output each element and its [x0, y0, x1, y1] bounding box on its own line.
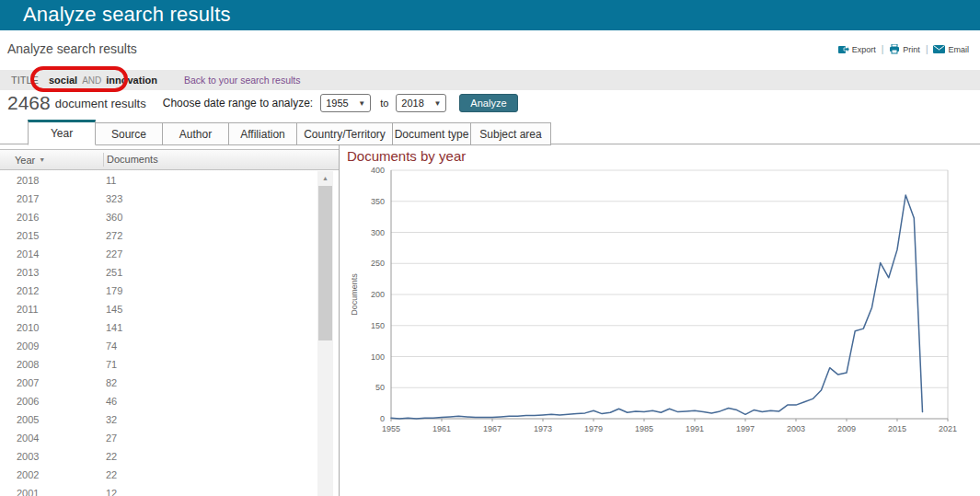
tab-subject-area[interactable]: Subject area	[470, 122, 551, 145]
table-row: 200532	[0, 410, 317, 429]
email-icon	[933, 45, 945, 53]
y-axis-tick-label: 350	[371, 197, 385, 206]
print-icon	[889, 44, 900, 54]
result-count: 2468	[7, 92, 51, 114]
table-row: 200782	[0, 374, 317, 392]
column-header-year[interactable]: Year ▼	[0, 155, 103, 166]
app-header: Analyze search results	[0, 0, 980, 30]
table-row: 2016360	[0, 208, 317, 226]
table-row: 2012179	[0, 282, 317, 300]
x-axis-tick-label: 2009	[837, 424, 856, 433]
results-bar: 2468 document results Choose date range …	[0, 91, 980, 115]
documents-cell: 11	[103, 175, 317, 186]
table-row: 2010141	[0, 318, 317, 337]
tab-author[interactable]: Author	[162, 122, 229, 145]
scrollbar-up-arrow-icon[interactable]: ▲	[317, 171, 333, 185]
tab-document-type[interactable]: Document type	[392, 122, 471, 145]
year-cell: 2017	[0, 193, 103, 204]
documents-by-year-chart: 0501001502002503003504001955196119671973…	[346, 164, 976, 442]
documents-cell: 82	[103, 377, 317, 388]
to-label: to	[380, 98, 388, 109]
tab-source[interactable]: Source	[95, 122, 163, 145]
x-axis-tick-label: 1955	[382, 424, 400, 433]
documents-cell: 179	[103, 285, 317, 296]
print-button[interactable]: Print	[889, 44, 920, 54]
year-cell: 2009	[0, 340, 103, 352]
y-axis-tick-label: 250	[371, 259, 385, 268]
documents-cell: 251	[103, 267, 317, 278]
year-cell: 2014	[0, 248, 103, 260]
email-button[interactable]: Email	[933, 45, 969, 54]
y-axis-tick-label: 400	[371, 166, 385, 175]
documents-cell: 360	[103, 212, 317, 223]
year-cell: 2007	[0, 377, 103, 388]
table-row: 200871	[0, 355, 317, 374]
x-axis-tick-label: 1997	[736, 424, 755, 433]
x-axis-tick-label: 2015	[888, 424, 906, 433]
year-cell: 2003	[0, 451, 103, 462]
header-actions: Export | Print | Email	[838, 44, 969, 54]
year-cell: 2008	[0, 359, 103, 370]
from-year-select[interactable]: 1955 ▼	[320, 94, 371, 112]
y-axis-tick-label: 150	[371, 321, 385, 330]
to-year-select[interactable]: 2018 ▼	[396, 94, 446, 112]
x-axis-tick-label: 1961	[432, 424, 451, 433]
year-cell: 2018	[0, 175, 103, 186]
table-row: 200112	[0, 484, 317, 496]
email-label: Email	[948, 45, 969, 54]
year-cell: 2012	[0, 285, 103, 296]
documents-cell: 227	[103, 248, 317, 260]
tab-year[interactable]: Year	[28, 120, 96, 145]
action-separator: |	[882, 44, 884, 54]
query-term-2: innovation	[106, 75, 157, 86]
documents-cell: 272	[103, 230, 317, 241]
table-row: 200427	[0, 429, 317, 447]
chart-title: Documents by year	[347, 148, 466, 164]
table-row: 200222	[0, 466, 317, 484]
documents-cell: 71	[103, 359, 317, 370]
export-label: Export	[852, 45, 876, 54]
x-axis-tick-label: 1985	[635, 424, 653, 433]
back-to-search-results-link[interactable]: Back to your search results	[184, 75, 301, 86]
documents-cell: 27	[103, 433, 317, 444]
x-axis-tick-label: 1973	[534, 424, 552, 433]
analyze-button[interactable]: Analyze	[459, 94, 517, 112]
year-cell: 2001	[0, 488, 103, 496]
column-header-documents[interactable]: Documents	[103, 153, 339, 167]
table-header: Year ▼ Documents	[0, 149, 339, 170]
x-axis-tick-label: 1991	[686, 424, 704, 433]
documents-cell: 22	[103, 469, 317, 480]
table-row: 200322	[0, 447, 317, 466]
y-axis-tick-label: 200	[371, 290, 385, 299]
documents-cell: 22	[103, 451, 317, 462]
documents-cell: 12	[103, 488, 317, 496]
export-icon	[838, 45, 849, 54]
y-axis-tick-label: 50	[375, 383, 385, 392]
year-cell: 2016	[0, 212, 103, 223]
export-button[interactable]: Export	[838, 45, 876, 54]
x-axis-tick-label: 1979	[584, 424, 603, 433]
year-cell: 2011	[0, 304, 103, 315]
table-scrollbar[interactable]: ▲	[317, 171, 333, 496]
table-row: 2014227	[0, 245, 317, 263]
x-axis-tick-label: 2003	[787, 424, 805, 433]
analysis-tabs: YearSourceAuthorAffiliationCountry/Terri…	[28, 120, 550, 145]
documents-cell: 74	[103, 340, 317, 352]
x-axis-tick-label: 2021	[939, 424, 957, 433]
documents-cell: 145	[103, 304, 317, 315]
column-header-year-label: Year	[15, 155, 35, 166]
date-range-label: Choose date range to analyze:	[163, 97, 313, 110]
year-documents-table: 2018112017323201636020152722014227201325…	[0, 171, 317, 496]
documents-cell: 46	[103, 396, 317, 407]
year-cell: 2005	[0, 414, 103, 425]
scrollbar-thumb[interactable]	[318, 186, 332, 340]
year-cell: 2013	[0, 267, 103, 278]
y-axis-tick-label: 300	[371, 228, 385, 237]
sort-descending-icon: ▼	[39, 156, 45, 163]
year-cell: 2015	[0, 230, 103, 241]
year-cell: 2006	[0, 396, 103, 407]
chart-line	[391, 195, 923, 419]
y-axis-tick-label: 0	[380, 414, 385, 423]
tab-country-territory[interactable]: Country/Territory	[296, 122, 393, 145]
tab-affiliation[interactable]: Affiliation	[228, 122, 297, 145]
